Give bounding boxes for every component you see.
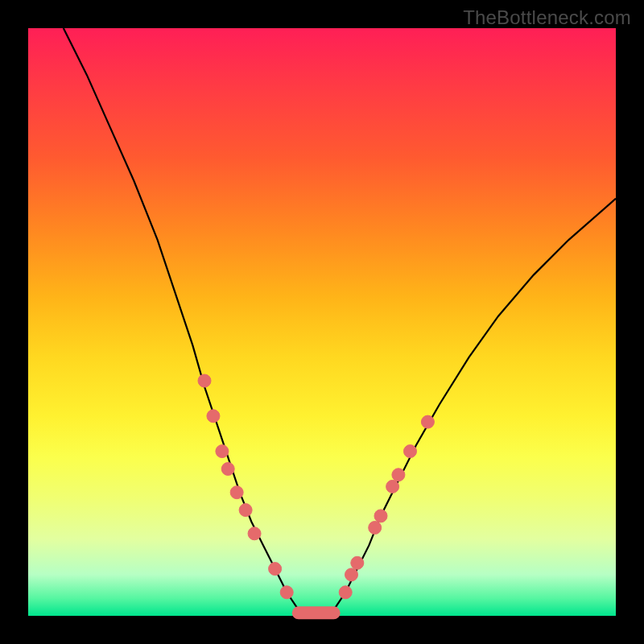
plot-area <box>28 28 616 616</box>
marker-dot <box>339 586 352 599</box>
marker-dot <box>221 463 234 476</box>
marker-dot <box>369 522 382 535</box>
marker-dot <box>345 568 358 581</box>
marker-dot <box>248 527 261 540</box>
left-branch-curve <box>64 28 299 610</box>
chart-container: TheBottleneck.com <box>0 0 644 644</box>
marker-dot <box>269 563 282 576</box>
marker-dot <box>239 504 252 517</box>
marker-dot <box>230 486 243 499</box>
marker-dot <box>198 374 211 387</box>
marker-dot <box>216 445 229 458</box>
marker-dot <box>386 480 399 493</box>
marker-dot <box>280 586 293 599</box>
marker-dot <box>421 415 434 428</box>
marker-dot <box>404 445 417 458</box>
marker-dot <box>207 410 220 423</box>
marker-dot <box>351 556 364 569</box>
right-branch-curve <box>334 199 616 610</box>
marker-dot <box>392 469 405 481</box>
marker-dot <box>374 510 387 522</box>
marker-dots-group <box>198 374 434 599</box>
watermark-text: TheBottleneck.com <box>463 6 631 29</box>
curve-layer <box>28 28 616 616</box>
